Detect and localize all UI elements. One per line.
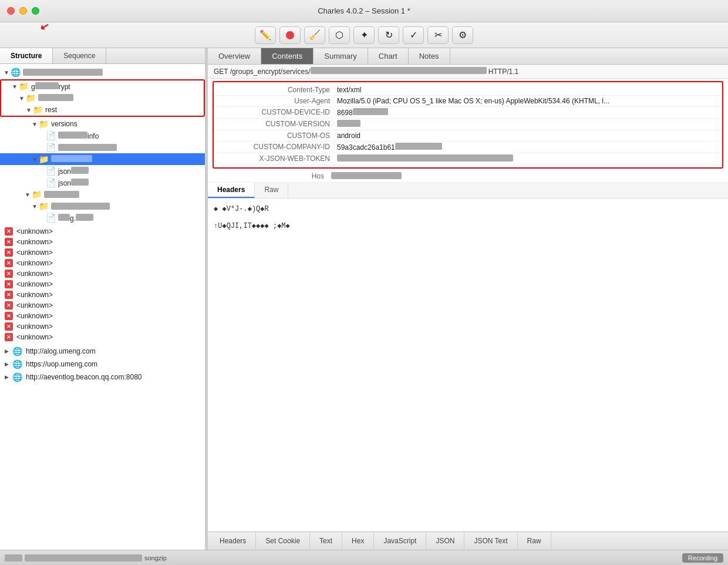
header-row-user-agent: User-Agent Mozilla/5.0 (iPad; CPU OS 5_1… <box>214 96 722 107</box>
host-beacon[interactable]: ▶ 🌐 http://aeventlog.beacon.qq.com:8080 <box>0 371 205 384</box>
toggle-icon: ▼ <box>19 95 26 102</box>
unknown-item[interactable]: ✕ <unknown> <box>0 290 205 300</box>
unknown-item[interactable]: ✕ <unknown> <box>0 268 205 279</box>
header-key: CUSTOM-DEVICE-ID <box>220 108 337 117</box>
btab-jsontext[interactable]: JSON Text <box>464 532 517 550</box>
folder-icon: 📁 <box>39 201 49 211</box>
minimize-button[interactable] <box>19 7 27 15</box>
pen-icon: ✏️ <box>259 29 271 41</box>
bottom-tab-bar: Headers Set Cookie Text Hex JavaScript J… <box>208 532 728 550</box>
item-label: ████████████████ <box>23 69 103 76</box>
document-icon: 📄 <box>46 213 56 223</box>
tree-item-info[interactable]: 📄 info <box>0 130 205 142</box>
sub-tab-bar: Headers Raw <box>208 183 728 199</box>
unknown-item[interactable]: ✕ <unknown> <box>0 311 205 321</box>
subtab-raw[interactable]: Raw <box>255 183 288 198</box>
error-badge: ✕ <box>5 227 13 236</box>
header-value <box>337 154 716 163</box>
unknown-item[interactable]: ✕ <unknown> <box>0 258 205 268</box>
tab-notes[interactable]: Notes <box>409 48 450 64</box>
tree-item-root[interactable]: ▼ 🌐 ████████████████ <box>0 66 205 78</box>
throttle-button[interactable]: ⬡ <box>329 26 350 44</box>
settings-button[interactable]: ⚙ <box>452 26 473 44</box>
btab-json[interactable]: JSON <box>426 532 464 550</box>
item-label <box>44 191 79 198</box>
item-label <box>38 94 73 103</box>
host-label: http://aeventlog.beacon.qq.com:8080 <box>26 373 141 381</box>
header-value <box>337 120 716 129</box>
tree-item-doc[interactable]: 📄 g. <box>0 212 205 224</box>
error-badge: ✕ <box>5 291 13 299</box>
tree-item-blurred1[interactable]: 📄 <box>0 142 205 153</box>
breakpoint-button[interactable]: ✦ <box>353 26 375 44</box>
btab-javascript[interactable]: JavaScript <box>374 532 426 550</box>
header-key: Hos <box>214 172 331 181</box>
header-row-version: CUSTOM-VERSION <box>214 119 722 130</box>
tree-item-versions[interactable]: ▼ 📁 versions <box>0 118 205 130</box>
item-label: <unknown> <box>16 270 53 278</box>
tab-overview[interactable]: Overview <box>208 48 261 64</box>
btab-hex[interactable]: Hex <box>342 532 374 550</box>
maximize-button[interactable] <box>32 7 39 15</box>
scissors-button[interactable]: ✂ <box>427 26 449 44</box>
tab-chart[interactable]: Chart <box>368 48 409 64</box>
unknown-item[interactable]: ✕ <unknown> <box>0 247 205 258</box>
subtab-headers[interactable]: Headers <box>208 183 255 198</box>
content-area[interactable]: ◆ ◆V*J-.◆)Q◆R ↑U◆QJI,IT◆◆◆◆ ;◆M◆ <box>208 199 728 532</box>
expand-icon: ▶ <box>5 348 9 354</box>
tree-item-folder3[interactable]: ▼ 📁 <box>0 200 205 212</box>
stop-button[interactable]: 🧹 <box>304 26 325 44</box>
main-area: Structure Sequence ▼ 🌐 ████████████████ … <box>0 48 728 550</box>
item-label: versions <box>51 120 77 128</box>
status-icon <box>5 554 22 561</box>
unknown-item[interactable]: ✕ <unknown> <box>0 237 205 247</box>
tree-item-json2[interactable]: 📄 json <box>0 177 205 189</box>
btab-text[interactable]: Text <box>310 532 342 550</box>
expand-icon: ▶ <box>5 361 9 367</box>
header-value: text/xml <box>337 86 716 94</box>
btab-setcookie[interactable]: Set Cookie <box>256 532 310 550</box>
unknown-item[interactable]: ✕ <unknown> <box>0 226 205 237</box>
globe-icon: 🌐 <box>12 359 22 369</box>
unknown-item[interactable]: ✕ <unknown> <box>0 321 205 332</box>
check-icon: ✓ <box>410 29 417 41</box>
tree-item-rest[interactable]: ▼ 📁 rest <box>1 104 204 116</box>
refresh-icon: ↻ <box>385 29 393 41</box>
tab-sequence[interactable]: Sequence <box>53 48 106 63</box>
error-badge: ✕ <box>5 301 13 310</box>
unknown-item[interactable]: ✕ <unknown> <box>0 332 205 342</box>
tree-view[interactable]: ▼ 🌐 ████████████████ ▼ 📁 g rypt ▼ <box>0 64 205 550</box>
unknown-item[interactable]: ✕ <unknown> <box>0 300 205 311</box>
host-uop[interactable]: ▶ 🌐 https://uop.umeng.com <box>0 358 205 371</box>
unknown-item[interactable]: ✕ <unknown> <box>0 279 205 290</box>
record-icon <box>286 31 294 39</box>
recording-button[interactable]: Recording <box>682 553 723 563</box>
tab-structure[interactable]: Structure <box>0 48 53 63</box>
check-button[interactable]: ✓ <box>403 26 424 44</box>
hexagon-icon: ⬡ <box>335 29 343 41</box>
tree-item-encrypt[interactable]: ▼ 📁 g rypt <box>1 80 204 92</box>
tree-item-folder2[interactable]: ▼ 📁 <box>0 189 205 200</box>
tab-contents[interactable]: Contents <box>261 48 314 64</box>
pen-tool-button[interactable]: ✏️ <box>255 26 276 44</box>
right-panel: Overview Contents Summary Chart Notes GE… <box>208 48 728 550</box>
header-value: Mozilla/5.0 (iPad; CPU OS 5_1 like Mac O… <box>337 97 716 105</box>
item-label: rest <box>45 106 57 114</box>
record-button[interactable] <box>279 26 301 44</box>
btab-raw[interactable]: Raw <box>518 532 551 550</box>
item-label: <unknown> <box>16 238 53 246</box>
tree-item-json1[interactable]: 📄 json <box>0 165 205 177</box>
refresh-button[interactable]: ↻ <box>378 26 399 44</box>
tab-summary[interactable]: Summary <box>314 48 368 64</box>
scissors-icon: ✂ <box>434 29 442 41</box>
host-alog[interactable]: ▶ 🌐 http://alog.umeng.com <box>0 345 205 358</box>
tree-item-selected[interactable]: ▼ 📁 <box>0 153 205 165</box>
item-label: json <box>58 167 89 176</box>
item-label: json <box>58 179 89 187</box>
header-value: 59a3cadc26a1b61 <box>337 143 716 152</box>
close-button[interactable] <box>7 7 15 15</box>
tree-item-sub[interactable]: ▼ 📁 <box>1 92 204 104</box>
red-outline-box: ▼ 📁 g rypt ▼ 📁 ▼ <box>0 79 205 117</box>
folder-icon: 📁 <box>26 93 36 103</box>
btab-headers[interactable]: Headers <box>210 532 256 550</box>
